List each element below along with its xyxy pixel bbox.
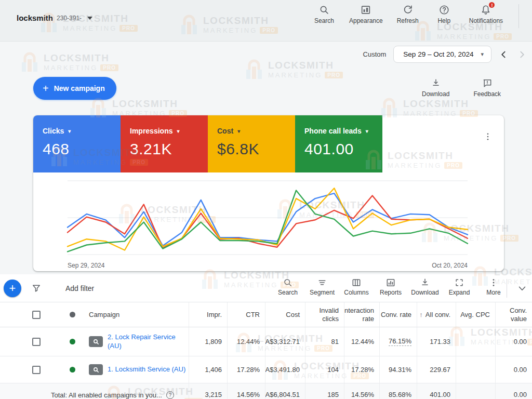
previous-period-chevron-icon[interactable] (499, 49, 509, 60)
cell-interaction-rate: 12.44% (344, 327, 379, 356)
column-header-impr[interactable]: Impr. (189, 302, 227, 327)
plus-icon: + (43, 83, 49, 94)
cell-conv-rate: 76.15% (379, 327, 417, 356)
search-icon (283, 277, 293, 288)
next-period-chevron-icon[interactable] (516, 49, 527, 60)
sort-arrow-icon: ↑ (419, 311, 423, 319)
add-filter-label[interactable]: Add filter (65, 284, 94, 292)
column-header-invalid-clicks[interactable]: Invalid clicks (305, 302, 344, 327)
table-total-row: Total: All enabled campaigns in you... ?… (0, 383, 532, 399)
account-id: 230-391- (57, 15, 82, 22)
total-conv-value: 0.00 (495, 383, 532, 399)
campaign-type-search-badge (89, 336, 103, 347)
new-campaign-label: New campaign (54, 84, 105, 92)
watermark-lock-chart-icon (244, 58, 264, 80)
column-header-cost[interactable]: Cost (265, 302, 305, 327)
search-icon (93, 367, 99, 373)
table-tools: Search Segment Columns Reports Download (274, 277, 507, 296)
cell-avg-cpc (456, 356, 495, 383)
scorecard-clicks[interactable]: Clicks▾ 468 (33, 115, 121, 172)
date-caret-icon: ▾ (481, 51, 484, 58)
top-nav-refresh-label: Refresh (397, 17, 419, 24)
table-tool-columns[interactable]: Columns (343, 277, 370, 296)
campaign-status-dot[interactable] (70, 339, 75, 344)
table-tool-reports[interactable]: Reports (377, 277, 404, 296)
column-header-ctr[interactable]: CTR (227, 302, 265, 327)
scorecard-cost[interactable]: Cost▾ $6.8K (208, 115, 295, 172)
table-tool-segment[interactable]: Segment (309, 277, 336, 296)
more-kebab-icon (488, 277, 499, 288)
table-tool-download[interactable]: Download (411, 277, 438, 296)
top-nav-notifications-label: Notifications (469, 17, 503, 24)
card-more-options-icon[interactable] (483, 130, 493, 143)
campaign-link[interactable]: 1. Locksmith Service (AU) (108, 365, 189, 374)
table-tool-search[interactable]: Search (274, 277, 301, 296)
campaign-link[interactable]: 2. Lock Repair Service (AU) (108, 333, 189, 351)
column-header-avg-cpc[interactable]: Avg. CPC (456, 302, 495, 327)
cell-all-conv: 229.67 (417, 356, 456, 383)
top-nav-refresh[interactable]: Refresh (396, 4, 419, 28)
new-campaign-button[interactable]: + New campaign (33, 77, 116, 100)
help-icon (438, 4, 450, 16)
top-nav-help[interactable]: Help (433, 4, 456, 28)
scorecard-clicks-value: 468 (43, 140, 121, 158)
top-nav-search[interactable]: Search (313, 4, 336, 28)
row-checkbox[interactable] (32, 338, 41, 346)
campaigns-table-section: + Add filter Search Segment Columns (0, 274, 532, 399)
page-actions: Download Feedback (422, 78, 501, 98)
x-axis-end-label: Oct 20, 2024 (432, 262, 468, 269)
date-range-bar: Custom Sep 29 – Oct 20, 2024 ▾ (363, 46, 527, 63)
cell-conv-rate: 94.31% (379, 356, 417, 383)
date-custom-label[interactable]: Custom (363, 50, 387, 58)
watermark: LOCKSMITHMARKETINGPRO (244, 58, 343, 80)
top-nav-appearance-label: Appearance (349, 17, 383, 24)
row-checkbox[interactable] (32, 366, 41, 374)
help-circle-icon[interactable]: ? (166, 391, 174, 399)
column-header-campaign[interactable]: Campaign (89, 311, 119, 318)
scorecard-impressions-label: Impressions (130, 127, 172, 135)
total-impr: 3,215 (189, 383, 227, 399)
table-tool-more[interactable]: More (480, 277, 507, 296)
watermark-lock-chart-icon (20, 51, 39, 73)
columns-icon (351, 277, 362, 288)
total-row-label: Total: All enabled campaigns in you... (51, 391, 162, 399)
download-action[interactable]: Download (422, 78, 449, 98)
date-range-picker[interactable]: Sep 29 – Oct 20, 2024 ▾ (393, 46, 491, 63)
notification-badge: ! (488, 1, 496, 9)
campaign-status-dot[interactable] (70, 367, 75, 373)
select-all-checkbox[interactable] (32, 311, 41, 319)
cell-all-conv: 171.33 (417, 327, 456, 356)
column-header-all-conv[interactable]: ↑All conv. (417, 302, 456, 327)
scorecard-impressions-value: 3.21K (130, 140, 208, 158)
download-icon (420, 277, 430, 288)
add-button[interactable]: + (4, 280, 21, 297)
reports-icon (385, 277, 396, 288)
scorecard-caret-icon: ▾ (68, 128, 71, 134)
total-ctr: 14.56% (227, 383, 265, 399)
status-filter-dot[interactable] (70, 312, 75, 317)
top-bar: locksmith 230-391- Search Appearance Ref… (0, 0, 532, 42)
scorecard-impressions[interactable]: Impressions▾ 3.21K (121, 115, 208, 172)
cell-avg-cpc (456, 327, 495, 356)
scorecard-phone-call-leads-label: Phone call leads (304, 127, 362, 135)
top-nav-search-label: Search (314, 17, 334, 24)
scorecard-phone-call-leads[interactable]: Phone call leads▾ 401.00 (295, 115, 382, 172)
table-row: 2. Lock Repair Service (AU) 1,809 12.44%… (0, 327, 532, 356)
column-header-conv-value[interactable]: Conv. value (495, 302, 532, 327)
cell-interaction-rate: 17.28% (344, 356, 379, 383)
top-nav-appearance[interactable]: Appearance (349, 4, 383, 28)
total-avg-cpc (456, 383, 495, 399)
segment-icon (317, 277, 327, 288)
table-tool-expand[interactable]: Expand (446, 277, 473, 296)
scorecard-caret-icon: ▾ (177, 128, 179, 134)
filter-funnel-icon[interactable] (31, 283, 42, 294)
account-selector[interactable]: locksmith 230-391- (17, 14, 92, 22)
feedback-action[interactable]: Feedback (473, 78, 501, 98)
feedback-label: Feedback (473, 90, 501, 98)
collapse-chevron-icon[interactable] (516, 283, 528, 294)
column-header-conv-rate[interactable]: Conv. rate (379, 302, 417, 327)
total-interaction-rate: 14.56% (344, 383, 379, 399)
column-header-interaction-rate[interactable]: Interaction rate (344, 302, 379, 327)
cell-impr: 1,809 (189, 327, 227, 356)
top-nav-notifications[interactable]: ! Notifications (469, 4, 503, 28)
